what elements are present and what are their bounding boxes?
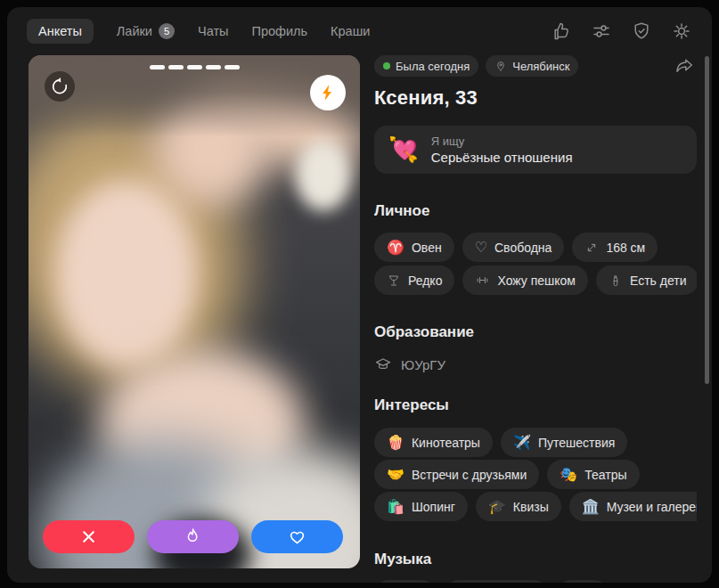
chip-interest-friends[interactable]: 🤝Встречи с друзьями [374,460,539,489]
section-education-heading: Образование [374,323,697,341]
tab-crushes-label: Краши [331,24,370,38]
drink-glass-icon [387,274,401,288]
top-navigation: Анкеты Лайки5 Чаты Профиль Краши [7,7,712,55]
tab-crushes[interactable]: Краши [331,24,370,38]
section-personal-heading: Личное [374,202,697,220]
interest-chips-row: 🛍️Шопинг 🎓Квизы 🏛️Музеи и галереи [374,492,697,521]
dating-app-panel: Анкеты Лайки5 Чаты Профиль Краши [7,7,712,583]
city-text: Челябинск [512,60,569,73]
superlike-button[interactable] [147,520,239,553]
last-seen-text: Была сегодня [396,60,470,73]
chip-interest-museums[interactable]: 🏛️Музеи и галереи [569,492,697,521]
chip-alcohol[interactable]: Редко [374,265,454,295]
chip-label: Овен [412,241,442,255]
city-badge: Челябинск [486,55,578,77]
tab-likes[interactable]: Лайки5 [117,23,175,39]
dislike-button[interactable] [43,520,135,553]
interest-chips-row: 🍿Кинотеатры ✈️Путешествия [374,428,697,457]
tab-profiles-label: Анкеты [38,24,82,38]
filters-icon[interactable] [591,20,612,42]
heart-outline-icon: ♡ [475,241,487,255]
chip-label: Есть дети [630,274,687,288]
chip-interest-shopping[interactable]: 🛍️Шопинг [374,492,468,521]
tab-chats-label: Чаты [198,24,228,38]
scrollbar-thumb[interactable] [705,56,709,384]
photo-card[interactable] [29,55,360,568]
photo-watch-region [296,140,351,211]
likes-count-badge: 5 [159,23,175,39]
seeking-texts: Я ищу Серьёзные отношения [431,135,573,165]
section-interests-heading: Интересы [374,396,697,414]
chip-interest-cinema[interactable]: 🍿Кинотеатры [374,428,493,457]
chip-interest-travel[interactable]: ✈️Путешествия [501,428,627,457]
music-chip-partial[interactable] [557,580,609,583]
like-button[interactable] [251,520,343,553]
chip-height[interactable]: 168 см [572,233,658,262]
music-chips-row [374,580,697,583]
music-chip-partial[interactable] [445,580,549,583]
chip-label: Встречи с друзьями [412,468,527,482]
online-dot-icon [383,62,390,69]
thumbs-up-icon[interactable] [551,20,572,42]
shield-check-icon[interactable] [631,20,652,42]
tab-chats[interactable]: Чаты [198,24,228,38]
chip-label: 168 см [606,241,645,255]
photo-progress-segment [225,65,240,69]
location-pin-icon [494,60,507,72]
heart-with-arrow-emoji: 💘 [388,138,419,162]
photo-progress-indicator [29,65,360,69]
photo-progress-segment [168,65,184,69]
popcorn-emoji: 🍿 [387,436,404,450]
chip-label: Театры [584,468,626,482]
profile-name: Ксения, 33 [374,86,697,110]
theatre-masks-emoji: 🎭 [560,468,577,482]
close-icon [78,527,99,547]
seeking-card[interactable]: 💘 Я ищу Серьёзные отношения [374,126,697,174]
education-value: ЮУрГУ [401,357,445,372]
education-row: ЮУрГУ [374,355,697,373]
photo-face-region [55,180,198,367]
interest-chips-row: 🤝Встречи с друзьями 🎭Театры [374,460,697,489]
tab-likes-label: Лайки [117,24,152,38]
boost-button[interactable] [310,75,346,110]
rewind-photo-button[interactable] [45,71,75,102]
heart-icon [287,527,307,547]
photo-progress-segment [206,65,221,69]
seeking-label: Я ищу [431,135,573,148]
rotate-ccw-icon [50,77,69,96]
museum-emoji: 🏛️ [582,500,600,514]
settings-gear-icon[interactable] [671,20,692,42]
graduation-cap-emoji: 🎓 [488,500,506,514]
tab-profile[interactable]: Профиль [251,24,307,38]
share-button[interactable] [674,55,695,79]
personal-chips-row: Редко Хожу пешком Есть дети [374,265,697,295]
chip-fitness[interactable]: Хожу пешком [462,265,588,295]
top-icons [551,20,692,42]
chip-children[interactable]: Есть дети [596,265,697,295]
height-arrows-icon [584,241,599,255]
chip-label: Квизы [513,500,549,514]
chip-label: Свободна [494,241,552,255]
tab-profiles[interactable]: Анкеты [27,19,94,44]
chip-label: Шопинг [412,500,455,514]
handshake-emoji: 🤝 [387,468,404,482]
music-chip-partial[interactable] [374,580,437,583]
last-seen-badge: Была сегодня [374,55,478,77]
dumbbell-icon [475,273,490,288]
chip-label: Кинотеатры [412,436,480,450]
personal-chips-row: ♈Овен ♡Свободна 168 см [374,233,697,262]
chip-label: Хожу пешком [497,274,576,288]
chip-interest-theatre[interactable]: 🎭Театры [547,460,639,489]
chip-zodiac[interactable]: ♈Овен [374,233,454,262]
photo-progress-segment [150,65,165,69]
chip-label: Музеи и галереи [607,500,697,514]
nav-tabs: Анкеты Лайки5 Чаты Профиль Краши [27,19,370,44]
seeking-value: Серьёзные отношения [431,150,573,165]
profile-info-column: Была сегодня Челябинск Ксения, 33 💘 Я ищ… [374,55,697,583]
shopping-bags-emoji: 🛍️ [387,500,404,514]
chip-interest-quizzes[interactable]: 🎓Квизы [476,492,561,521]
chip-label: Редко [408,274,442,288]
chip-relationship[interactable]: ♡Свободна [462,233,565,262]
flame-icon [183,527,203,547]
tab-profile-label: Профиль [251,24,307,38]
